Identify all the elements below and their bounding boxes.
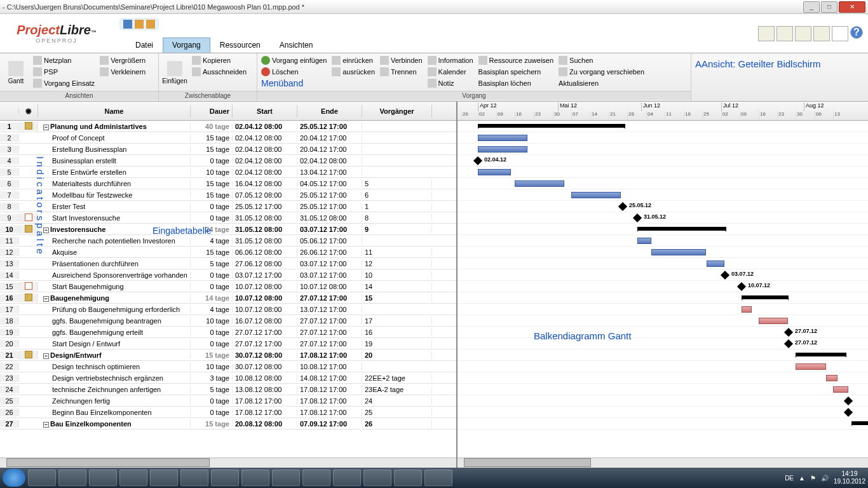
gantt-body[interactable]: 02.04.1225.05.1231.05.1203.07.1210.07.12… bbox=[458, 121, 868, 458]
tray-volume-icon[interactable]: 🔊 bbox=[821, 475, 829, 482]
col-dauer[interactable]: Dauer bbox=[191, 105, 233, 118]
cell-name[interactable]: Akquise bbox=[38, 248, 191, 256]
table-hscroll[interactable] bbox=[0, 458, 456, 468]
collapse-toggle[interactable]: − bbox=[43, 125, 49, 130]
cell-ende[interactable]: 25.05.12 17:00 bbox=[297, 123, 362, 130]
row-number[interactable]: 26 bbox=[0, 409, 19, 416]
close-button[interactable]: ✕ bbox=[839, 1, 865, 13]
cell-ende[interactable]: 03.07.12 17:00 bbox=[297, 260, 362, 268]
milestone-marker[interactable] bbox=[784, 328, 793, 337]
cell-dauer[interactable]: 0 tage bbox=[191, 329, 233, 336]
task-bar[interactable] bbox=[637, 238, 651, 244]
cell-vorgaenger[interactable]: 14 bbox=[362, 283, 432, 290]
row-number[interactable]: 22 bbox=[0, 363, 19, 370]
gantt-row[interactable] bbox=[458, 235, 868, 247]
cell-start[interactable]: 20.08.12 08:00 bbox=[233, 420, 297, 428]
task-bar[interactable] bbox=[833, 386, 848, 393]
cell-vorgaenger[interactable]: 9 bbox=[362, 226, 432, 233]
row-number[interactable]: 20 bbox=[0, 340, 19, 348]
tab-ansichten[interactable]: Ansichten bbox=[270, 37, 323, 53]
gantt-row[interactable] bbox=[458, 189, 868, 201]
cell-start[interactable]: 02.04.12 08:00 bbox=[233, 157, 297, 165]
table-row[interactable]: 21−Design/Entwurf15 tage30.07.12 08:0017… bbox=[0, 349, 456, 361]
tray-flag-icon[interactable]: ⚑ bbox=[810, 475, 816, 482]
redo-icon[interactable] bbox=[146, 20, 155, 29]
minimize-button[interactable]: _ bbox=[803, 1, 820, 13]
cell-name[interactable]: −Planung und Administartives bbox=[38, 123, 191, 130]
milestone-marker[interactable] bbox=[844, 396, 853, 405]
cell-dauer[interactable]: 10 tage bbox=[191, 363, 233, 370]
milestone-marker[interactable] bbox=[633, 214, 642, 222]
delete-baseline-button[interactable]: Basisplan löchen bbox=[478, 78, 554, 88]
row-number[interactable]: 14 bbox=[0, 271, 19, 279]
zoom-in-button[interactable]: Vergrößern bbox=[100, 55, 146, 65]
gantt-row[interactable] bbox=[458, 407, 868, 418]
row-number[interactable]: 2 bbox=[0, 134, 19, 142]
col-start[interactable]: Start bbox=[233, 105, 297, 118]
tray-up-icon[interactable]: ▲ bbox=[799, 475, 805, 482]
summary-bar[interactable] bbox=[796, 353, 846, 356]
view-icon-4[interactable] bbox=[813, 26, 830, 41]
row-number[interactable]: 9 bbox=[0, 214, 19, 222]
milestone-marker[interactable] bbox=[473, 156, 482, 165]
cell-start[interactable]: 02.04.12 08:00 bbox=[233, 123, 297, 130]
save-baseline-button[interactable]: Basisplan speichern bbox=[478, 66, 554, 77]
taskbar-item[interactable] bbox=[58, 470, 86, 486]
cell-name[interactable]: −Design/Entwurf bbox=[38, 351, 191, 359]
cell-ende[interactable]: 17.08.12 17:00 bbox=[297, 397, 362, 405]
gantt-row[interactable]: 25.05.12 bbox=[458, 201, 868, 212]
cell-name[interactable]: −Baugenehmigung bbox=[38, 294, 191, 302]
cell-ende[interactable]: 27.07.12 17:00 bbox=[297, 340, 362, 348]
gantt-timescale[interactable]: Apr 12Mai 12Jun 12Jul 12Aug 122602091623… bbox=[458, 102, 868, 121]
cell-dauer[interactable]: 0 tage bbox=[191, 203, 233, 210]
col-name[interactable]: Name bbox=[38, 105, 191, 118]
row-number[interactable]: 7 bbox=[0, 191, 19, 199]
cell-ende[interactable]: 26.06.12 17:00 bbox=[297, 248, 362, 256]
col-indicator[interactable]: ◉ bbox=[19, 104, 38, 118]
gantt-row[interactable] bbox=[458, 132, 868, 144]
cell-start[interactable]: 30.07.12 08:00 bbox=[233, 363, 297, 370]
taskbar-item[interactable] bbox=[424, 470, 452, 486]
tray-lang[interactable]: DE bbox=[785, 475, 794, 482]
gantt-hscroll[interactable] bbox=[458, 458, 868, 468]
view-icon-3[interactable] bbox=[795, 26, 811, 41]
cell-dauer[interactable]: 4 tage bbox=[191, 306, 233, 313]
row-number[interactable]: 6 bbox=[0, 180, 19, 187]
col-ende[interactable]: Ende bbox=[297, 105, 362, 118]
gantt-row[interactable] bbox=[458, 178, 868, 189]
row-number[interactable]: 1 bbox=[0, 123, 19, 130]
cell-name[interactable]: ggfs. Baugenehmigung beantragen bbox=[38, 317, 191, 325]
table-row[interactable]: 20Start Design / Entwurf0 tage27.07.12 1… bbox=[0, 338, 456, 349]
cell-dauer[interactable]: 15 tage bbox=[191, 191, 233, 199]
cell-ende[interactable]: 20.04.12 17:00 bbox=[297, 146, 362, 153]
cell-start[interactable]: 10.08.12 08:00 bbox=[233, 374, 297, 382]
cell-vorgaenger[interactable]: 17 bbox=[362, 317, 432, 325]
row-number[interactable]: 23 bbox=[0, 374, 19, 382]
cell-name[interactable]: Präsentationen durchführen bbox=[38, 260, 191, 268]
table-row[interactable]: 23Design vertriebstechnisch ergänzen3 ta… bbox=[0, 372, 456, 384]
cell-dauer[interactable]: 4 tage bbox=[191, 237, 233, 245]
cell-start[interactable]: 17.08.12 17:00 bbox=[233, 397, 297, 405]
gantt-row[interactable] bbox=[458, 361, 868, 372]
row-number[interactable]: 16 bbox=[0, 294, 19, 302]
cell-dauer[interactable]: 0 tage bbox=[191, 157, 233, 165]
gantt-row[interactable]: 31.05.12 bbox=[458, 212, 868, 224]
gantt-row[interactable] bbox=[458, 166, 868, 178]
cell-dauer[interactable]: 0 tage bbox=[191, 283, 233, 290]
row-number[interactable]: 24 bbox=[0, 386, 19, 393]
row-number[interactable]: 11 bbox=[0, 237, 19, 245]
cell-vorgaenger[interactable]: 1 bbox=[362, 203, 432, 210]
table-row[interactable]: 1−Planung und Administartives40 tage02.0… bbox=[0, 121, 456, 132]
scroll-to-task-button[interactable]: Zu vorgang verschieben bbox=[559, 66, 644, 77]
tray-date[interactable]: 19.10.2012 bbox=[834, 478, 865, 485]
milestone-marker[interactable] bbox=[844, 408, 853, 417]
cell-start[interactable]: 02.04.12 08:00 bbox=[233, 168, 297, 176]
taskbar-item[interactable] bbox=[180, 470, 208, 486]
row-number[interactable]: 13 bbox=[0, 260, 19, 268]
taskbar-item[interactable] bbox=[89, 470, 117, 486]
table-row[interactable]: 25Zeichnungen fertig0 tage17.08.12 17:00… bbox=[0, 395, 456, 407]
row-number[interactable]: 15 bbox=[0, 283, 19, 290]
table-row[interactable]: 17Prüfung ob Baugenehmigung erforderlich… bbox=[0, 304, 456, 315]
cell-ende[interactable]: 04.05.12 17:00 bbox=[297, 180, 362, 187]
cell-start[interactable]: 27.07.12 17:00 bbox=[233, 340, 297, 348]
